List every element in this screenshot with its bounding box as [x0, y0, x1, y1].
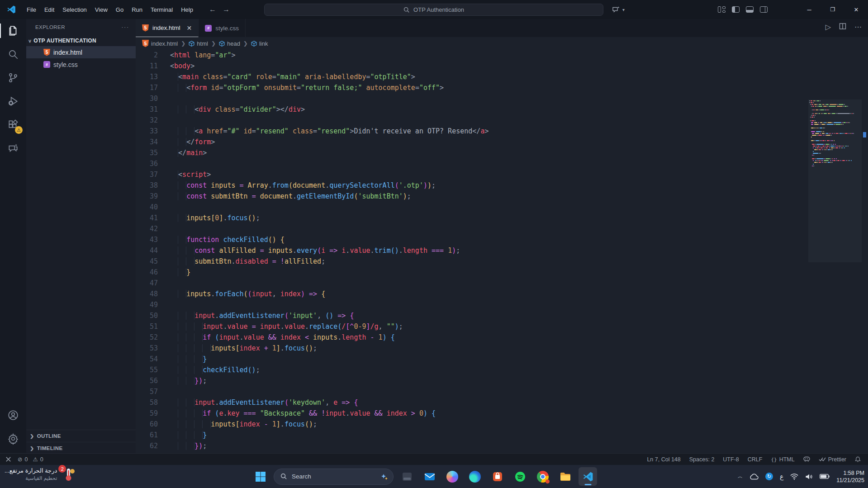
code-line-53: 53 inputs[index + 1].focus(); [136, 343, 868, 354]
status-ln-7-col-148[interactable]: Ln 7, Col 148 [647, 456, 680, 463]
start-button[interactable] [251, 467, 270, 486]
folder-otp-authentication[interactable]: ∨ OTP AUTHENTICATION [26, 35, 136, 46]
toggle-panel-icon[interactable] [746, 6, 754, 13]
menu-go[interactable]: Go [112, 5, 128, 15]
language-indicator[interactable]: ع [780, 473, 783, 480]
nav-forward-icon[interactable]: → [223, 5, 230, 14]
remote-indicator-icon[interactable] [5, 456, 11, 462]
breadcrumb-separator: ❯ [181, 40, 185, 47]
copilot-icon [803, 456, 810, 462]
nav-back-icon[interactable]: ← [209, 5, 216, 14]
code-content: } [170, 267, 190, 278]
clock[interactable]: 1:58 PM 11/21/2025 [836, 469, 864, 484]
problems-indicator[interactable]: ⊘ 0 ⚠ 0 [18, 456, 43, 463]
toggle-primary-sidebar-icon[interactable] [732, 6, 740, 13]
code-editor[interactable]: 2<html lang="ar">11<body>13 <main class=… [136, 50, 868, 453]
store-icon[interactable] [488, 467, 507, 486]
minimap-line [809, 106, 854, 107]
battery-icon[interactable] [820, 474, 830, 479]
menu-edit[interactable]: Edit [40, 5, 58, 15]
menu-help[interactable]: Help [177, 5, 197, 15]
breadcrumb-head[interactable]: head [219, 40, 240, 47]
close-button[interactable]: ✕ [844, 0, 868, 19]
code-content: input.addEventListener('keydown', e => { [170, 397, 358, 408]
tab-index.html[interactable]: 5index.html✕ [136, 19, 199, 37]
line-number: 38 [136, 180, 170, 191]
extensions-icon[interactable]: ⚠ [0, 113, 26, 137]
run-debug-icon[interactable] [0, 90, 26, 113]
customize-layout-icon[interactable] [718, 6, 726, 13]
breadcrumb-index.html[interactable]: 5index.html [142, 40, 178, 47]
onedrive-icon[interactable] [749, 474, 759, 480]
status-spaces-2[interactable]: Spaces: 2 [689, 456, 715, 463]
menu-file[interactable]: File [23, 5, 40, 15]
status-prettier[interactable]: Prettier [819, 456, 846, 463]
file-explorer-icon[interactable] [556, 467, 574, 486]
accounts-icon[interactable] [0, 403, 26, 427]
settings-gear-icon[interactable] [0, 427, 26, 450]
tray-chevron-up-icon[interactable]: ︿ [738, 473, 743, 480]
vscode-taskbar-icon[interactable] [579, 467, 597, 486]
minimap-line [809, 155, 854, 156]
status-bell[interactable] [855, 456, 861, 462]
status-html[interactable]: {}HTML [771, 456, 794, 463]
status-bar: ⊘ 0 ⚠ 0 Ln 7, Col 148Spaces: 2UTF-8CRLF{… [0, 453, 868, 465]
editor-more-actions-icon[interactable]: ⋯ [854, 23, 862, 31]
thermometer-icon: 2 [62, 467, 75, 482]
menu-terminal[interactable]: Terminal [147, 5, 177, 15]
copilot-app-icon[interactable] [443, 467, 461, 486]
copilot-chat-button[interactable]: ▾ [612, 5, 625, 14]
source-control-icon[interactable] [0, 66, 26, 90]
minimap-line [809, 122, 854, 123]
chrome-icon[interactable] [533, 467, 552, 486]
status-crlf[interactable]: CRLF [748, 456, 763, 463]
explorer-icon[interactable] [0, 19, 26, 43]
weather-widget[interactable]: 2 درجة الحرارة مرتفع... تحطيم القياسية [5, 467, 75, 482]
code-content: <script> [170, 169, 211, 180]
line-number: 31 [136, 104, 170, 115]
toggle-secondary-sidebar-icon[interactable] [760, 6, 768, 13]
explorer-more-actions-icon[interactable]: ··· [122, 24, 130, 30]
breadcrumb-label: head [227, 40, 240, 47]
status-utf-8[interactable]: UTF-8 [723, 456, 739, 463]
explorer-title: EXPLORER [35, 24, 65, 30]
code-content: }); [170, 375, 207, 386]
timeline-section[interactable]: ❯ TIMELINE [26, 442, 136, 454]
task-view-icon[interactable] [398, 467, 416, 486]
minimap[interactable] [809, 100, 854, 167]
status-label: UTF-8 [723, 456, 739, 463]
wifi-icon[interactable] [790, 474, 798, 480]
breadcrumb-link[interactable]: link [251, 40, 268, 47]
search-sidebar-icon[interactable] [0, 43, 26, 66]
split-editor-icon[interactable] [839, 23, 846, 30]
file-style.css[interactable]: #style.css [26, 58, 136, 71]
edge-icon[interactable] [465, 467, 484, 486]
close-tab-icon[interactable]: ✕ [187, 24, 192, 32]
taskbar-search-box[interactable]: Search [274, 469, 394, 485]
minimap-line [809, 118, 854, 120]
outline-section[interactable]: ❯ OUTLINE [26, 430, 136, 442]
status-copilot[interactable] [803, 456, 810, 462]
code-line-17: 17 <form id="otpForm" onsubmit="return f… [136, 82, 868, 93]
menu-view[interactable]: View [91, 5, 112, 15]
command-center-search[interactable]: OTP Authentication [264, 4, 603, 16]
tab-style.css[interactable]: #style.css [199, 19, 246, 37]
file-index.html[interactable]: 5index.html [26, 46, 136, 58]
line-number: 2 [136, 50, 170, 61]
line-number: 39 [136, 191, 170, 202]
run-file-icon[interactable]: ▷ [825, 23, 831, 31]
breadcrumb-html[interactable]: html [189, 40, 208, 47]
restore-button[interactable]: ❐ [821, 0, 844, 19]
copilot-sidebar-icon[interactable] [0, 137, 26, 160]
minimize-button[interactable]: ─ [797, 0, 821, 19]
outlook-icon[interactable] [420, 467, 439, 486]
code-content: inputs[0].focus(); [170, 213, 260, 223]
menu-run[interactable]: Run [128, 5, 147, 15]
minimap-line [809, 149, 854, 151]
code-line-55: 55 checkFilled(); [136, 365, 868, 375]
spotify-icon[interactable] [511, 467, 529, 486]
menu-selection[interactable]: Selection [58, 5, 90, 15]
sync-status-icon[interactable]: ↻ [765, 473, 773, 480]
volume-icon[interactable] [805, 474, 813, 480]
code-line-2: 2<html lang="ar"> [136, 50, 868, 61]
